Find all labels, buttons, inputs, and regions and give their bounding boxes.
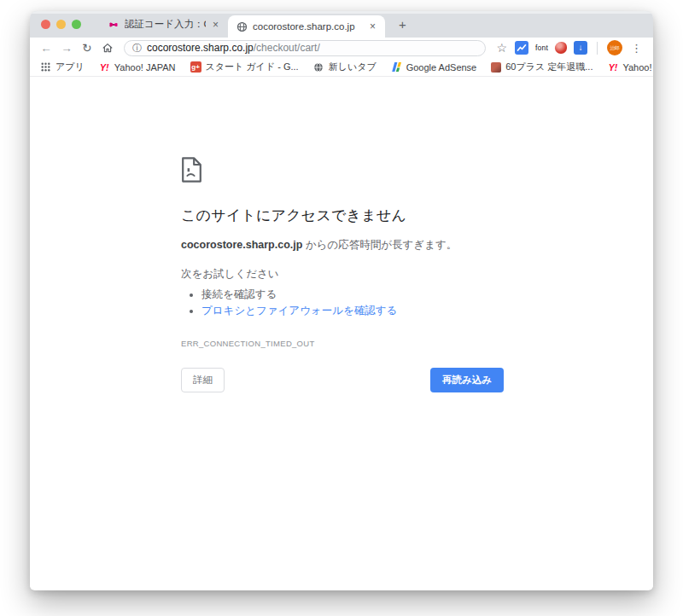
bookmarks-bar: アプリ Y! Yahoo! JAPAN g+ スタート ガイド - G... bbox=[30, 58, 653, 77]
error-message-rest: からの応答時間が長すぎます。 bbox=[302, 239, 457, 251]
bookmark-google-adsense[interactable]: Google AdSense bbox=[391, 61, 477, 73]
video-download-extension-icon[interactable]: ↓ bbox=[574, 41, 587, 55]
red-extension-icon[interactable] bbox=[555, 42, 567, 54]
page-info-icon[interactable]: ⓘ bbox=[132, 42, 142, 55]
chrome-menu-icon[interactable]: ⋮ bbox=[627, 42, 646, 55]
home-icon[interactable] bbox=[98, 39, 117, 56]
url-text: cocorostore.sharp.co.jp/checkout/cart/ bbox=[147, 42, 320, 54]
minimize-window-button[interactable] bbox=[56, 20, 66, 29]
cocoro-members-favicon bbox=[108, 19, 120, 31]
bookmark-label: Yahoo! JAPAN bbox=[114, 62, 176, 73]
bookmark-label: アプリ bbox=[55, 61, 85, 73]
address-bar[interactable]: ⓘ cocorostore.sharp.co.jp/checkout/cart/ bbox=[124, 40, 486, 56]
bookmark-60plus[interactable]: 60プラス 定年退職... bbox=[491, 61, 593, 73]
avatar-label: 治郎 bbox=[610, 44, 619, 51]
suggestion-check-proxy: プロキシとファイアウォールを確認する bbox=[201, 303, 504, 319]
chart-extension-icon[interactable] bbox=[515, 41, 528, 55]
window-controls bbox=[41, 20, 81, 29]
error-domain: cocorostore.sharp.co.jp bbox=[181, 239, 302, 251]
reload-icon[interactable]: ↻ bbox=[78, 39, 96, 56]
bookmark-yahoo-japan[interactable]: Y! Yahoo! JAPAN bbox=[99, 61, 176, 73]
tab-title: 認証コード入力：COCORO MEM bbox=[125, 18, 206, 31]
sad-file-icon bbox=[181, 157, 202, 183]
bookmark-start-guide[interactable]: g+ スタート ガイド - G... bbox=[190, 61, 299, 73]
tab-strip: 認証コード入力：COCORO MEM × cocorostore.sharp.c… bbox=[30, 11, 653, 38]
tab-cocoro-members[interactable]: 認証コード入力：COCORO MEM × bbox=[100, 11, 228, 38]
zoom-window-button[interactable] bbox=[72, 20, 81, 29]
error-heading: このサイトにアクセスできません bbox=[181, 206, 504, 225]
try-heading: 次をお試しください bbox=[181, 267, 504, 282]
toolbar-divider bbox=[597, 42, 598, 55]
back-icon[interactable]: ← bbox=[37, 39, 55, 56]
bookmark-label: Yahoo! JAPAN bbox=[622, 62, 653, 73]
bookmark-label: 新しいタブ bbox=[329, 61, 377, 73]
bookmark-apps[interactable]: アプリ bbox=[40, 61, 85, 73]
bookmark-new-tab[interactable]: 新しいタブ bbox=[313, 61, 377, 73]
forward-icon[interactable]: → bbox=[57, 39, 76, 56]
bookmark-label: 60プラス 定年退職... bbox=[505, 61, 593, 73]
error-message: cocorostore.sharp.co.jp からの応答時間が長すぎます。 bbox=[181, 238, 504, 253]
adsense-icon bbox=[391, 61, 402, 73]
error-code: ERR_CONNECTION_TIMED_OUT bbox=[181, 339, 504, 348]
photo-icon bbox=[491, 62, 501, 73]
tab-close-icon[interactable]: × bbox=[211, 19, 220, 31]
browser-window: 認証コード入力：COCORO MEM × cocorostore.sharp.c… bbox=[30, 11, 653, 590]
url-path: /checkout/cart/ bbox=[254, 42, 320, 54]
profile-avatar[interactable]: 治郎 bbox=[607, 40, 622, 55]
tab-cocorostore[interactable]: cocorostore.sharp.co.jp × bbox=[228, 15, 385, 38]
bookmark-label: スタート ガイド - G... bbox=[206, 61, 299, 73]
details-button[interactable]: 詳細 bbox=[181, 368, 225, 392]
suggestion-check-connection: 接続を確認する bbox=[201, 287, 504, 303]
proxy-firewall-link[interactable]: プロキシとファイアウォールを確認する bbox=[201, 305, 397, 317]
globe-icon bbox=[313, 61, 324, 73]
font-extension-icon[interactable]: font bbox=[535, 41, 548, 55]
new-tab-button[interactable]: + bbox=[395, 17, 410, 32]
close-window-button[interactable] bbox=[41, 20, 50, 29]
browser-toolbar: ← → ↻ ⓘ cocorostore.sharp.co.jp/checkout… bbox=[30, 38, 653, 58]
yahoo-icon: Y! bbox=[607, 61, 618, 73]
globe-favicon bbox=[236, 20, 248, 32]
suggestion-list: 接続を確認する プロキシとファイアウォールを確認する bbox=[181, 287, 504, 319]
error-actions: 詳細 再読み込み bbox=[181, 368, 504, 392]
error-container: このサイトにアクセスできません cocorostore.sharp.co.jp … bbox=[181, 77, 504, 392]
bookmark-label: Google AdSense bbox=[406, 62, 477, 73]
url-domain: cocorostore.sharp.co.jp bbox=[147, 42, 254, 54]
tab-title: cocorostore.sharp.co.jp bbox=[253, 21, 363, 32]
desktop-background: 認証コード入力：COCORO MEM × cocorostore.sharp.c… bbox=[0, 0, 683, 616]
page-content: このサイトにアクセスできません cocorostore.sharp.co.jp … bbox=[30, 77, 653, 590]
bookmark-yahoo-japan-2[interactable]: Y! Yahoo! JAPAN bbox=[607, 61, 653, 73]
apps-grid-icon bbox=[40, 61, 51, 73]
google-plus-icon: g+ bbox=[190, 61, 201, 73]
reload-button[interactable]: 再読み込み bbox=[430, 368, 504, 392]
yahoo-icon: Y! bbox=[99, 61, 110, 73]
tab-close-icon[interactable]: × bbox=[368, 20, 377, 32]
bookmark-star-icon[interactable]: ☆ bbox=[493, 41, 511, 55]
